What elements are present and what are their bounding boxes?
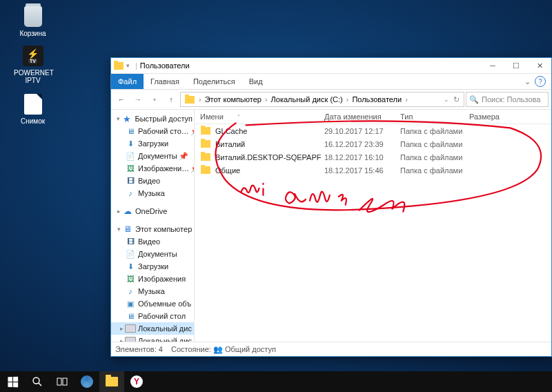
tab-file[interactable]: Файл [111,74,144,89]
search-placeholder: Поиск: Пользова [482,95,540,104]
folder-icon [185,96,195,104]
desktop-icon-snimok[interactable]: Снимок [14,93,52,125]
back-button[interactable]: ← [114,92,129,107]
svg-rect-2 [57,378,61,385]
file-name: Виталий.DESKTOP-SQEPAPF [215,153,324,161]
navigation-pane[interactable]: ▾★Быстрый доступ 🖥Рабочий сто…📌 ⬇Загрузк… [111,110,195,342]
file-name: GLCache [215,127,324,135]
separator: | [135,61,137,70]
history-dropdown[interactable]: ▾ [147,92,162,107]
column-type[interactable]: Тип [400,112,469,121]
minimize-button[interactable]: ─ [481,58,504,73]
iptv-icon: ⚡TV [22,45,44,67]
documents-icon: 📄 [125,248,136,259]
forward-button[interactable]: → [130,92,146,107]
taskbar-search-button[interactable] [25,371,50,392]
svg-rect-3 [63,378,67,385]
music-icon: ♪ [125,188,136,199]
titlebar[interactable]: ▾ | Пользователи ─ ☐ ✕ [111,58,551,74]
chevron-right-icon[interactable]: › [264,95,269,104]
taskbar[interactable]: Y [0,371,552,392]
drive-icon [125,323,136,334]
close-button[interactable]: ✕ [528,58,551,73]
nav-local-disk-d[interactable]: ▸Локальный дис [111,335,194,342]
nav-this-pc[interactable]: ▾🖥Этот компьютер [111,223,194,235]
folder-row[interactable]: Виталий.DESKTOP-SQEPAPF 18.12.2017 16:10… [195,150,551,164]
search-input[interactable]: 🔍 Поиск: Пользова [466,92,549,107]
onedrive-icon: ☁ [122,206,133,217]
nav-pc-videos[interactable]: 🎞Видео [111,235,194,248]
nav-desktop[interactable]: 🖥Рабочий сто…📌 [111,125,194,137]
column-name[interactable]: Имени˄ [200,112,324,121]
tab-home[interactable]: Главная [144,74,186,89]
nav-downloads[interactable]: ⬇Загрузки [111,137,194,150]
tab-share[interactable]: Поделиться [186,74,242,89]
star-icon: ★ [121,113,132,124]
shared-icon: 👥 [213,345,223,353]
desktop-icon-recycle-bin[interactable]: Корзина [14,6,52,37]
yandex-icon: Y [130,375,143,388]
address-bar[interactable]: › Этот компьютер › Локальный диск (C:) ›… [180,92,464,107]
column-size[interactable]: Размера [469,112,511,121]
refresh-button[interactable]: ↻ [453,95,460,104]
nav-quick-access[interactable]: ▾★Быстрый доступ [111,112,194,125]
breadcrumb-segment[interactable]: Этот компьютер [203,95,264,104]
videos-icon: 🎞 [125,236,136,247]
nav-documents[interactable]: 📄Документы📌 [111,150,194,162]
desktop-icon: 🖥 [125,311,136,322]
desktop-icon-iptv[interactable]: ⚡TV POWERNET IPTV [14,45,52,84]
taskbar-yandex[interactable]: Y [124,371,149,392]
address-dropdown-icon[interactable]: ⌄ [444,96,449,103]
file-list-area[interactable]: Имени˄ Дата изменения Тип Размера GLCach… [195,110,551,342]
folder-icon [200,139,211,150]
desktop[interactable]: Корзина ⚡TV POWERNET IPTV Снимок ▾ | Пол… [0,0,552,392]
breadcrumb-segment[interactable]: Пользователи [350,95,404,104]
breadcrumb-segment[interactable]: Локальный диск (C:) [269,95,345,104]
maximize-button[interactable]: ☐ [504,58,528,73]
taskbar-file-explorer[interactable] [99,371,124,392]
nav-pc-desktop[interactable]: 🖥Рабочий стол [111,310,194,322]
taskbar-edge[interactable] [75,371,99,392]
nav-pc-pictures[interactable]: 🖼Изображения [111,273,194,285]
recycle-bin-icon [22,6,44,28]
nav-pc-music[interactable]: ♪Музыка [111,285,194,297]
nav-local-disk-c[interactable]: ▸Локальный дис [111,322,194,335]
file-type: Папка с файлами [400,153,469,161]
nav-pc-downloads[interactable]: ⬇Загрузки [111,260,194,273]
tab-view[interactable]: Вид [242,74,270,89]
desktop-icon-label: POWERNET IPTV [14,69,52,84]
status-bar: Элементов: 4 Состояние: 👥Общий доступ [111,342,551,356]
downloads-icon: ⬇ [125,261,136,272]
svg-point-0 [33,378,39,384]
nav-pictures[interactable]: 🖼Изображени…📌 [111,162,194,175]
pin-icon: 📌 [179,152,188,161]
drive-icon [125,335,136,342]
ribbon-tabs: Файл Главная Поделиться Вид ⌄ ? [111,74,551,90]
qat-overflow-icon[interactable]: ▾ [126,62,130,69]
search-icon [32,376,43,387]
chevron-right-icon[interactable]: › [404,95,409,104]
nav-onedrive[interactable]: ▸☁OneDrive [111,205,194,217]
file-date: 18.12.2017 16:10 [324,153,400,161]
nav-videos[interactable]: 🎞Видео [111,175,194,187]
task-view-icon [57,376,68,387]
nav-pc-3dobjects[interactable]: ▣Объемные объ [111,297,194,310]
this-pc-icon: 🖥 [122,224,133,235]
desktop-icon-label: Снимок [14,117,52,125]
nav-music[interactable]: ♪Музыка [111,187,194,199]
up-button[interactable]: ↑ [164,92,179,107]
nav-pc-documents[interactable]: 📄Документы [111,248,194,260]
chevron-right-icon[interactable]: › [197,95,203,104]
file-type: Папка с файлами [400,140,469,148]
folder-row[interactable]: GLCache 29.10.2017 12:17 Папка с файлами [195,124,551,137]
start-button[interactable] [0,371,25,392]
ribbon-expand-button[interactable]: ⌄ ? [519,74,551,89]
file-date: 18.12.2017 15:46 [324,166,400,175]
task-view-button[interactable] [50,371,75,392]
folder-row[interactable]: Общие 18.12.2017 15:46 Папка с файлами [195,164,551,177]
search-icon: 🔍 [469,95,479,104]
column-date[interactable]: Дата изменения [324,112,400,121]
file-icon [22,93,44,115]
chevron-right-icon[interactable]: › [345,95,351,104]
folder-row[interactable]: Виталий 16.12.2017 23:39 Папка с файлами [195,137,551,150]
